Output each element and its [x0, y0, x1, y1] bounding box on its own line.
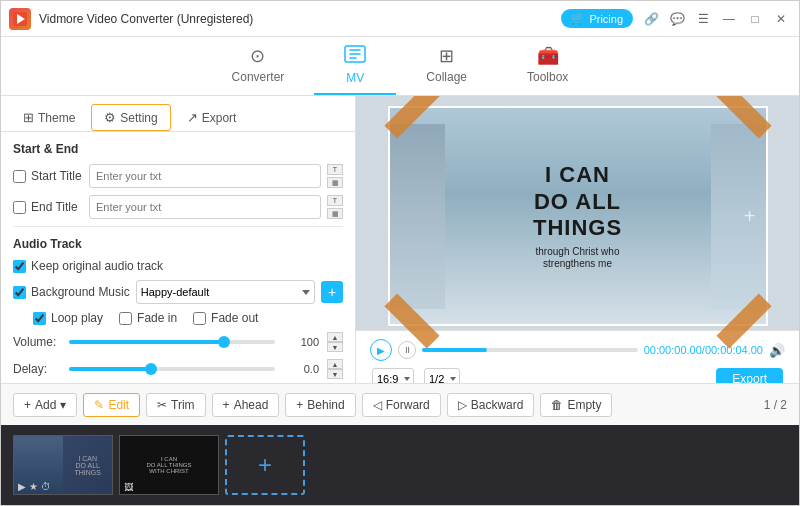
empty-button[interactable]: 🗑 Empty — [540, 393, 612, 417]
end-title-input[interactable] — [89, 195, 321, 219]
tl-star-icon-1: ★ — [29, 481, 38, 492]
preview-side-right — [711, 124, 766, 309]
volume-thumb[interactable] — [218, 336, 230, 348]
preview-area: I CAN DO ALL THINGS through Christ who s… — [388, 106, 768, 326]
end-title-checkbox[interactable] — [13, 201, 26, 214]
timeline-add-button[interactable]: + — [225, 435, 305, 495]
add-icon: + — [24, 398, 31, 412]
edit-icon: ✎ — [94, 398, 104, 412]
volume-track[interactable] — [69, 340, 275, 344]
audio-section: Audio Track Keep original audio track Ba… — [13, 237, 343, 379]
music-select-wrap: Happy-default Option 2 Option 3 + — [136, 280, 343, 304]
skip-button[interactable]: ⏸ — [398, 341, 416, 359]
converter-icon: ⊙ — [250, 45, 265, 67]
volume-up-btn[interactable]: ▲ — [327, 332, 343, 342]
timeline: I CANDO ALLTHINGS ▶ ★ ⏱ I CANDO ALL THIN… — [1, 425, 799, 505]
end-title-layout-btn[interactable]: ▦ — [327, 208, 343, 219]
start-title-checkbox-label: Start Title — [13, 169, 83, 183]
start-title-format-btn[interactable]: T — [327, 164, 343, 175]
chat-icon[interactable]: 💬 — [667, 9, 687, 29]
edit-button[interactable]: ✎ Edit — [83, 393, 140, 417]
delay-track[interactable] — [69, 367, 275, 371]
playback-meta: 16:9 4:3 1:1 1/2 1/1 Export — [364, 368, 791, 383]
volume-label: Volume: — [13, 335, 61, 349]
trim-icon: ✂ — [157, 398, 167, 412]
app-logo — [9, 8, 31, 30]
aspect-ratio-select[interactable]: 16:9 4:3 1:1 — [372, 368, 414, 383]
tab-converter[interactable]: ⊙ Converter — [202, 37, 315, 95]
pricing-button[interactable]: 🛒 Pricing — [561, 9, 633, 28]
ahead-button[interactable]: + Ahead — [212, 393, 280, 417]
backward-button[interactable]: ▷ Backward — [447, 393, 535, 417]
preview-side-left — [390, 124, 445, 309]
time-display: 00:00:00.00/00:00:04.00 — [644, 344, 763, 356]
preview-text-area: I CAN DO ALL THINGS through Christ who s… — [445, 162, 711, 269]
bg-music-label: Background Music — [13, 285, 130, 299]
start-title-buttons: T ▦ — [327, 164, 343, 188]
timeline-item-2[interactable]: I CANDO ALL THINGSWITH CHRIST 🖼 — [119, 435, 219, 495]
maximize-button[interactable]: □ — [745, 9, 765, 29]
end-title-checkbox-label: End Title — [13, 200, 83, 214]
forward-icon: ◁ — [373, 398, 382, 412]
add-button[interactable]: + Add ▾ — [13, 393, 77, 417]
start-title-checkbox[interactable] — [13, 170, 26, 183]
fade-in-checkbox[interactable] — [119, 312, 132, 325]
end-title-format-btn[interactable]: T — [327, 195, 343, 206]
minimize-button[interactable]: — — [719, 9, 739, 29]
delay-up-btn[interactable]: ▲ — [327, 359, 343, 369]
end-title-row: End Title T ▦ — [13, 195, 343, 219]
left-panel: ⊞ Theme ⚙ Setting ↗ Export Start & End — [1, 96, 356, 383]
tl-clock-icon-1: ⏱ — [41, 481, 51, 492]
options-row: Loop play Fade in Fade out — [13, 311, 343, 325]
tl-time-2: 🖼 — [124, 482, 133, 492]
forward-button[interactable]: ◁ Forward — [362, 393, 441, 417]
trim-button[interactable]: ✂ Trim — [146, 393, 206, 417]
subtab-theme[interactable]: ⊞ Theme — [11, 104, 87, 131]
divider-1 — [13, 226, 343, 227]
fade-out-checkbox[interactable] — [193, 312, 206, 325]
add-music-button[interactable]: + — [321, 281, 343, 303]
timeline-item-1[interactable]: I CANDO ALLTHINGS ▶ ★ ⏱ — [13, 435, 113, 495]
link-icon[interactable]: 🔗 — [641, 9, 661, 29]
behind-button[interactable]: + Behind — [285, 393, 355, 417]
close-button[interactable]: ✕ — [771, 9, 791, 29]
start-title-input[interactable] — [89, 164, 321, 188]
volume-down-btn[interactable]: ▼ — [327, 342, 343, 352]
start-title-layout-btn[interactable]: ▦ — [327, 177, 343, 188]
volume-icon[interactable]: 🔊 — [769, 343, 785, 358]
keep-original-row: Keep original audio track — [13, 259, 343, 273]
tl-icons-1: ▶ ★ ⏱ — [18, 481, 51, 492]
bg-music-checkbox[interactable] — [13, 286, 26, 299]
subtab-export[interactable]: ↗ Export — [175, 104, 249, 131]
fraction-select[interactable]: 1/2 1/1 — [424, 368, 460, 383]
panel-content: Start & End Start Title T ▦ End — [1, 132, 355, 383]
ahead-icon: + — [223, 398, 230, 412]
delay-down-btn[interactable]: ▼ — [327, 369, 343, 379]
tab-collage[interactable]: ⊞ Collage — [396, 37, 497, 95]
preview-plus-sign[interactable]: + — [744, 205, 756, 228]
export-button[interactable]: Export — [716, 368, 783, 383]
menu-icon[interactable]: ☰ — [693, 9, 713, 29]
play-button[interactable]: ▶ — [370, 339, 392, 361]
volume-fill — [69, 340, 224, 344]
window-controls: 🔗 💬 ☰ — □ ✕ — [641, 9, 791, 29]
music-select[interactable]: Happy-default Option 2 Option 3 — [136, 280, 315, 304]
subtab-setting[interactable]: ⚙ Setting — [91, 104, 170, 131]
delay-spin: ▲ ▼ — [327, 359, 343, 379]
tl-play-icon-1: ▶ — [18, 481, 26, 492]
theme-icon: ⊞ — [23, 110, 34, 125]
keep-original-checkbox[interactable] — [13, 260, 26, 273]
app-window: Vidmore Video Converter (Unregistered) 🛒… — [0, 0, 800, 506]
loop-play-checkbox[interactable] — [33, 312, 46, 325]
export-icon: ↗ — [187, 110, 198, 125]
tab-toolbox[interactable]: 🧰 Toolbox — [497, 37, 598, 95]
volume-spin: ▲ ▼ — [327, 332, 343, 352]
tab-mv[interactable]: MV — [314, 37, 396, 95]
progress-track[interactable] — [422, 348, 638, 352]
page-info: 1 / 2 — [764, 398, 787, 412]
timeline-thumb-2: I CANDO ALL THINGSWITH CHRIST — [120, 436, 218, 494]
delay-thumb[interactable] — [145, 363, 157, 375]
app-title: Vidmore Video Converter (Unregistered) — [39, 12, 561, 26]
behind-icon: + — [296, 398, 303, 412]
sub-tabs: ⊞ Theme ⚙ Setting ↗ Export — [1, 96, 355, 132]
